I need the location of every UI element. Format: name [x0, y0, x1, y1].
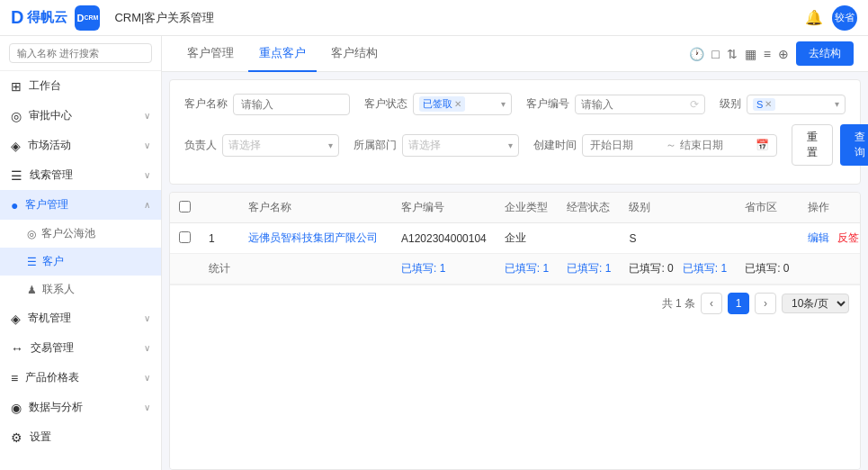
stat-region-value: 已填写: 0: [745, 262, 789, 275]
stat-action: [799, 254, 862, 285]
logo-area: D 得帆云 D CRM CRM|客户关系管理: [11, 5, 214, 31]
grade-select[interactable]: S ✕ ▾: [747, 95, 846, 114]
customers-icon: ●: [11, 198, 18, 212]
customer-status-label: 客户状态: [364, 96, 407, 112]
sidebar-item-approval[interactable]: ◎ 审批中心 ∨: [0, 101, 161, 131]
stat-code: 已填写: 1: [392, 254, 496, 285]
filter-row-1: 客户名称 客户状态 已签取 ✕ ▾ 客户编号: [184, 93, 846, 115]
th-grade: 级别: [620, 193, 736, 223]
th-status: 经营状态: [558, 193, 620, 223]
prev-page-button[interactable]: ‹: [701, 293, 722, 314]
sidebar-sub-item-pool[interactable]: ◎ 客户公海池: [0, 220, 161, 248]
calendar-icon: 📅: [756, 139, 769, 151]
sidebar-item-files[interactable]: ☰ 线索管理 ∨: [0, 160, 161, 190]
sidebar-item-customers[interactable]: ● 客户管理 ∧: [0, 190, 161, 220]
approval-arrow-icon: ∨: [144, 111, 150, 121]
stat-grade: 已填写: 0 已填写: 1: [620, 254, 736, 285]
analytics-icon: ◉: [11, 401, 22, 415]
customer-no-wrap: ⟳: [575, 95, 705, 114]
sidebar-sub-item-customers-list[interactable]: ☰ 客户: [0, 248, 161, 276]
no-input-icon: ⟳: [690, 98, 699, 111]
stat-empty-1: [170, 254, 200, 285]
customer-status-select[interactable]: 已签取 ✕ ▾: [413, 93, 512, 115]
table-wrap: 客户名称 客户编号 企业类型 经营状态 级别 省市区 操作 1: [169, 192, 861, 470]
customer-no-label: 客户编号: [526, 96, 569, 112]
status-tag-close-icon[interactable]: ✕: [454, 99, 461, 109]
sidebar-item-products[interactable]: ≡ 产品价格表 ∨: [0, 363, 161, 393]
row-delete-link[interactable]: 反签: [837, 231, 859, 244]
reset-button[interactable]: 重置: [792, 124, 833, 166]
grid-icon[interactable]: ▦: [745, 47, 756, 61]
pool-icon: ◎: [27, 228, 36, 240]
sidebar-item-marketing[interactable]: ◈ 市场活动 ∨: [0, 131, 161, 160]
main-layout: ⊞ 工作台 ◎ 审批中心 ∨ ◈ 市场活动 ∨ ☰ 线索管理 ∨ ● 客户管理 …: [0, 36, 868, 470]
customer-status-tag: 已签取 ✕: [419, 96, 465, 112]
time-icon[interactable]: 🕐: [689, 47, 704, 61]
page-size-select[interactable]: 10条/页: [782, 294, 849, 313]
row-edit-link[interactable]: 编辑: [808, 231, 829, 244]
sort-icon[interactable]: ⇅: [727, 47, 738, 61]
workbench-icon: ⊞: [11, 79, 22, 94]
stat-type-value: 已填写: 1: [505, 262, 549, 275]
logo-d-icon: D: [11, 7, 23, 28]
row-region: [736, 223, 798, 254]
table-stat-row: 统计 已填写: 1 已填写: 1 已填写: 1 已填写: 0: [170, 254, 861, 285]
products-icon: ≡: [11, 371, 18, 385]
filter-group-date: 创建时间 ～ 📅: [533, 134, 777, 157]
sidebar-item-settings[interactable]: ⚙ 设置: [0, 422, 161, 452]
current-page-button[interactable]: 1: [728, 293, 749, 314]
avatar[interactable]: 较省: [832, 5, 857, 31]
th-code: 客户编号: [392, 193, 496, 223]
customer-no-input[interactable]: [581, 98, 690, 111]
filter-group-status: 客户状态 已签取 ✕ ▾: [364, 93, 512, 115]
tab-key[interactable]: 重点客户: [248, 36, 317, 72]
sidebar-item-trading[interactable]: ↔ 交易管理 ∨: [0, 333, 161, 363]
content-area: 客户管理 重点客户 客户结构 🕐 □ ⇅ ▦ ≡ ⊕ 去结构: [162, 36, 868, 470]
plus-icon[interactable]: ⊕: [778, 47, 789, 61]
bell-icon[interactable]: 🔔: [805, 9, 823, 26]
sidebar-item-workbench[interactable]: ⊞ 工作台: [0, 71, 161, 101]
th-action: 操作: [799, 193, 862, 223]
sidebar-item-hosting[interactable]: ◈ 寄机管理 ∨: [0, 303, 161, 333]
dept-select[interactable]: 请选择 ▾: [402, 134, 519, 157]
select-all-checkbox[interactable]: [179, 201, 191, 212]
total-count: 共 1 条: [662, 296, 695, 312]
filter-group-dept: 所属部门 请选择 ▾: [353, 134, 519, 157]
row-name-link[interactable]: 远佛员智科技集团产限公司: [248, 231, 378, 244]
sidebar-search-input[interactable]: [9, 43, 152, 63]
export-icon[interactable]: □: [711, 47, 719, 61]
grade-tag-close-icon[interactable]: ✕: [765, 99, 772, 109]
query-button[interactable]: 查询: [840, 124, 868, 166]
date-start-input[interactable]: [590, 139, 662, 151]
new-structure-button[interactable]: 去结构: [796, 41, 854, 66]
tab-manage[interactable]: 客户管理: [176, 36, 245, 72]
row-checkbox: [170, 223, 200, 254]
sidebar-search-wrap: [0, 36, 161, 71]
tab-structure[interactable]: 客户结构: [320, 36, 389, 72]
row-select-checkbox[interactable]: [179, 231, 191, 243]
row-name: 远佛员智科技集团产限公司: [239, 223, 392, 254]
sidebar-sub-item-contacts[interactable]: ♟ 联系人: [0, 276, 161, 303]
grade-arrow-icon: ▾: [835, 99, 839, 109]
tab-bar: 客户管理 重点客户 客户结构 🕐 □ ⇅ ▦ ≡ ⊕ 去结构: [162, 36, 868, 72]
filter-group-owner: 负责人 请选择 ▾: [184, 134, 339, 157]
grade-label: 级别: [720, 96, 741, 112]
status-arrow-icon: ▾: [501, 99, 506, 109]
th-type: 企业类型: [496, 193, 558, 223]
date-end-input[interactable]: [680, 139, 752, 151]
table-row: 1 远佛员智科技集团产限公司 A1202304000104 企业 S 编辑 反签: [170, 223, 861, 254]
files-arrow-icon: ∨: [144, 170, 150, 180]
sidebar-item-analytics[interactable]: ◉ 数据与分析 ∨: [0, 393, 161, 422]
list-icon[interactable]: ≡: [764, 47, 771, 61]
next-page-button[interactable]: ›: [755, 293, 776, 314]
filter-group-no: 客户编号 ⟳: [526, 95, 705, 114]
sidebar: ⊞ 工作台 ◎ 审批中心 ∨ ◈ 市场活动 ∨ ☰ 线索管理 ∨ ● 客户管理 …: [0, 36, 162, 470]
th-region: 省市区: [736, 193, 798, 223]
stat-label: 统计: [200, 254, 239, 285]
row-status: [558, 223, 620, 254]
owner-placeholder: 请选择: [228, 138, 261, 153]
owner-arrow-icon: ▾: [328, 140, 333, 150]
stat-status: 已填写: 1: [558, 254, 620, 285]
customer-name-input[interactable]: [233, 94, 350, 115]
owner-select[interactable]: 请选择 ▾: [222, 134, 339, 157]
